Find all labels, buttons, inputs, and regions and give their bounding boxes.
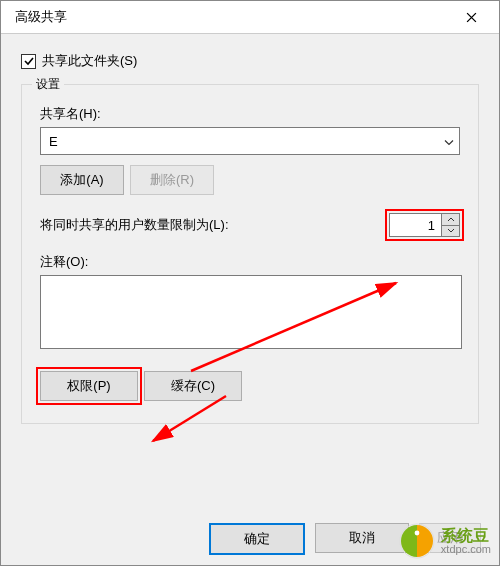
client-area: 共享此文件夹(S) 设置 共享名(H): E 添加(A) 删除(R) 将同时共享… <box>1 34 499 424</box>
ok-button[interactable]: 确定 <box>209 523 305 555</box>
comment-label: 注释(O): <box>40 253 460 271</box>
checkbox-box <box>21 54 36 69</box>
share-name-select[interactable]: E <box>40 127 460 155</box>
spinner-up-button[interactable] <box>442 214 459 226</box>
share-folder-checkbox[interactable]: 共享此文件夹(S) <box>21 52 479 70</box>
chevron-up-icon <box>447 217 455 222</box>
permissions-cache-row: 权限(P) 缓存(C) <box>40 371 460 401</box>
user-limit-row: 将同时共享的用户数量限制为(L): <box>40 213 460 237</box>
user-limit-spinner[interactable] <box>389 213 460 237</box>
settings-legend: 设置 <box>32 76 64 93</box>
close-icon <box>466 12 477 23</box>
add-button[interactable]: 添加(A) <box>40 165 124 195</box>
titlebar: 高级共享 <box>1 1 499 34</box>
user-limit-label: 将同时共享的用户数量限制为(L): <box>40 216 229 234</box>
cancel-button[interactable]: 取消 <box>315 523 409 553</box>
close-button[interactable] <box>451 1 491 33</box>
user-limit-input[interactable] <box>389 213 441 237</box>
watermark-name: 系统豆 <box>441 528 491 544</box>
watermark-url: xtdpc.com <box>441 544 491 555</box>
checkmark-icon <box>24 56 34 66</box>
permissions-button[interactable]: 权限(P) <box>40 371 138 401</box>
share-name-buttons: 添加(A) 删除(R) <box>40 165 460 195</box>
cache-button[interactable]: 缓存(C) <box>144 371 242 401</box>
comment-textarea[interactable] <box>40 275 462 349</box>
settings-group: 设置 共享名(H): E 添加(A) 删除(R) 将同时共享的用户数量限制为(L… <box>21 84 479 424</box>
share-name-value: E <box>49 134 58 149</box>
share-folder-label: 共享此文件夹(S) <box>42 52 137 70</box>
window-title: 高级共享 <box>15 8 451 26</box>
svg-point-3 <box>414 531 419 536</box>
remove-button: 删除(R) <box>130 165 214 195</box>
spinner-buttons <box>441 213 460 237</box>
chevron-down-icon <box>444 134 454 149</box>
watermark: 系统豆 xtdpc.com <box>399 523 491 559</box>
share-name-label: 共享名(H): <box>40 105 460 123</box>
spinner-down-button[interactable] <box>442 226 459 237</box>
advanced-sharing-dialog: 高级共享 共享此文件夹(S) 设置 共享名(H): E <box>0 0 500 566</box>
watermark-logo-icon <box>399 523 435 559</box>
chevron-down-icon <box>447 228 455 233</box>
